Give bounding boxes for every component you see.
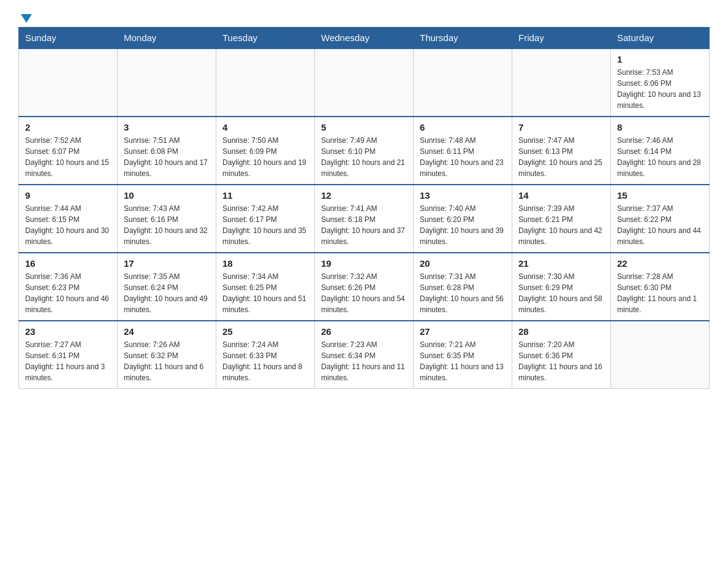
day-number: 11 (222, 190, 308, 201)
day-number: 24 (124, 326, 210, 337)
calendar-cell: 22Sunrise: 7:28 AM Sunset: 6:30 PM Dayli… (611, 253, 710, 321)
calendar-cell: 6Sunrise: 7:48 AM Sunset: 6:11 PM Daylig… (414, 117, 512, 185)
calendar-cell: 17Sunrise: 7:35 AM Sunset: 6:24 PM Dayli… (118, 253, 216, 321)
day-number: 7 (518, 122, 604, 132)
calendar-cell: 13Sunrise: 7:40 AM Sunset: 6:20 PM Dayli… (414, 185, 512, 253)
day-number: 8 (617, 122, 703, 132)
calendar-cell: 12Sunrise: 7:41 AM Sunset: 6:18 PM Dayli… (315, 185, 414, 253)
calendar-week-2: 2Sunrise: 7:52 AM Sunset: 6:07 PM Daylig… (19, 117, 710, 185)
day-info: Sunrise: 7:40 AM Sunset: 6:20 PM Dayligh… (420, 203, 506, 247)
day-number: 25 (222, 326, 308, 337)
day-number: 18 (222, 258, 308, 269)
day-number: 23 (25, 326, 111, 337)
day-number: 21 (518, 258, 604, 269)
day-info: Sunrise: 7:31 AM Sunset: 6:28 PM Dayligh… (420, 271, 506, 315)
day-number: 17 (124, 258, 210, 269)
day-info: Sunrise: 7:37 AM Sunset: 6:22 PM Dayligh… (617, 203, 703, 247)
calendar-week-5: 23Sunrise: 7:27 AM Sunset: 6:31 PM Dayli… (19, 321, 710, 389)
day-info: Sunrise: 7:44 AM Sunset: 6:15 PM Dayligh… (25, 203, 111, 247)
logo-triangle-icon (21, 14, 32, 23)
calendar-cell (118, 48, 216, 117)
day-number: 22 (617, 258, 703, 269)
calendar-cell: 8Sunrise: 7:46 AM Sunset: 6:14 PM Daylig… (611, 117, 710, 185)
day-info: Sunrise: 7:42 AM Sunset: 6:17 PM Dayligh… (222, 203, 308, 247)
day-number: 5 (321, 122, 407, 132)
day-number: 15 (617, 190, 703, 201)
day-info: Sunrise: 7:53 AM Sunset: 6:06 PM Dayligh… (617, 67, 703, 111)
day-number: 12 (321, 190, 407, 201)
day-info: Sunrise: 7:35 AM Sunset: 6:24 PM Dayligh… (124, 271, 210, 315)
calendar-cell: 15Sunrise: 7:37 AM Sunset: 6:22 PM Dayli… (611, 185, 710, 253)
calendar-header-row: SundayMondayTuesdayWednesdayThursdayFrid… (19, 28, 710, 49)
calendar-cell: 5Sunrise: 7:49 AM Sunset: 6:10 PM Daylig… (315, 117, 414, 185)
calendar-cell (19, 48, 118, 117)
day-number: 28 (518, 326, 604, 337)
calendar-cell: 14Sunrise: 7:39 AM Sunset: 6:21 PM Dayli… (512, 185, 611, 253)
weekday-header-tuesday: Tuesday (216, 28, 315, 49)
weekday-header-thursday: Thursday (414, 28, 512, 49)
day-info: Sunrise: 7:52 AM Sunset: 6:07 PM Dayligh… (25, 135, 111, 179)
day-info: Sunrise: 7:23 AM Sunset: 6:34 PM Dayligh… (321, 339, 407, 383)
calendar-cell: 4Sunrise: 7:50 AM Sunset: 6:09 PM Daylig… (216, 117, 315, 185)
calendar-cell: 21Sunrise: 7:30 AM Sunset: 6:29 PM Dayli… (512, 253, 611, 321)
day-info: Sunrise: 7:24 AM Sunset: 6:33 PM Dayligh… (222, 339, 308, 383)
day-info: Sunrise: 7:36 AM Sunset: 6:23 PM Dayligh… (25, 271, 111, 315)
logo (18, 12, 32, 21)
day-info: Sunrise: 7:34 AM Sunset: 6:25 PM Dayligh… (222, 271, 308, 315)
day-number: 16 (25, 258, 111, 269)
day-number: 1 (617, 54, 703, 64)
day-info: Sunrise: 7:28 AM Sunset: 6:30 PM Dayligh… (617, 271, 703, 315)
day-info: Sunrise: 7:46 AM Sunset: 6:14 PM Dayligh… (617, 135, 703, 179)
day-info: Sunrise: 7:43 AM Sunset: 6:16 PM Dayligh… (124, 203, 210, 247)
calendar-cell (611, 321, 710, 389)
calendar-cell: 1Sunrise: 7:53 AM Sunset: 6:06 PM Daylig… (611, 48, 710, 117)
day-number: 27 (420, 326, 506, 337)
calendar-table: SundayMondayTuesdayWednesdayThursdayFrid… (18, 27, 710, 389)
day-info: Sunrise: 7:21 AM Sunset: 6:35 PM Dayligh… (420, 339, 506, 383)
day-info: Sunrise: 7:50 AM Sunset: 6:09 PM Dayligh… (222, 135, 308, 179)
day-info: Sunrise: 7:48 AM Sunset: 6:11 PM Dayligh… (420, 135, 506, 179)
day-info: Sunrise: 7:39 AM Sunset: 6:21 PM Dayligh… (518, 203, 604, 247)
calendar-week-4: 16Sunrise: 7:36 AM Sunset: 6:23 PM Dayli… (19, 253, 710, 321)
day-number: 2 (25, 122, 111, 132)
day-info: Sunrise: 7:47 AM Sunset: 6:13 PM Dayligh… (518, 135, 604, 179)
day-number: 3 (124, 122, 210, 132)
calendar-cell (216, 48, 315, 117)
day-info: Sunrise: 7:41 AM Sunset: 6:18 PM Dayligh… (321, 203, 407, 247)
calendar-cell: 24Sunrise: 7:26 AM Sunset: 6:32 PM Dayli… (118, 321, 216, 389)
calendar-cell: 23Sunrise: 7:27 AM Sunset: 6:31 PM Dayli… (19, 321, 118, 389)
weekday-header-sunday: Sunday (19, 28, 118, 49)
day-number: 19 (321, 258, 407, 269)
calendar-cell: 9Sunrise: 7:44 AM Sunset: 6:15 PM Daylig… (19, 185, 118, 253)
weekday-header-saturday: Saturday (611, 28, 710, 49)
day-info: Sunrise: 7:26 AM Sunset: 6:32 PM Dayligh… (124, 339, 210, 383)
calendar-week-1: 1Sunrise: 7:53 AM Sunset: 6:06 PM Daylig… (19, 48, 710, 117)
day-number: 14 (518, 190, 604, 201)
calendar-cell: 27Sunrise: 7:21 AM Sunset: 6:35 PM Dayli… (414, 321, 512, 389)
calendar-cell: 28Sunrise: 7:20 AM Sunset: 6:36 PM Dayli… (512, 321, 611, 389)
calendar-cell: 10Sunrise: 7:43 AM Sunset: 6:16 PM Dayli… (118, 185, 216, 253)
calendar-cell (315, 48, 414, 117)
calendar-cell: 3Sunrise: 7:51 AM Sunset: 6:08 PM Daylig… (118, 117, 216, 185)
calendar-cell: 7Sunrise: 7:47 AM Sunset: 6:13 PM Daylig… (512, 117, 611, 185)
calendar-cell: 19Sunrise: 7:32 AM Sunset: 6:26 PM Dayli… (315, 253, 414, 321)
day-number: 9 (25, 190, 111, 201)
day-info: Sunrise: 7:20 AM Sunset: 6:36 PM Dayligh… (518, 339, 604, 383)
day-number: 26 (321, 326, 407, 337)
day-number: 4 (222, 122, 308, 132)
day-number: 20 (420, 258, 506, 269)
calendar-cell: 18Sunrise: 7:34 AM Sunset: 6:25 PM Dayli… (216, 253, 315, 321)
day-number: 6 (420, 122, 506, 132)
day-info: Sunrise: 7:51 AM Sunset: 6:08 PM Dayligh… (124, 135, 210, 179)
calendar-cell: 26Sunrise: 7:23 AM Sunset: 6:34 PM Dayli… (315, 321, 414, 389)
calendar-cell: 16Sunrise: 7:36 AM Sunset: 6:23 PM Dayli… (19, 253, 118, 321)
calendar-cell: 20Sunrise: 7:31 AM Sunset: 6:28 PM Dayli… (414, 253, 512, 321)
weekday-header-monday: Monday (118, 28, 216, 49)
weekday-header-wednesday: Wednesday (315, 28, 414, 49)
calendar-cell: 2Sunrise: 7:52 AM Sunset: 6:07 PM Daylig… (19, 117, 118, 185)
day-number: 10 (124, 190, 210, 201)
calendar-cell: 11Sunrise: 7:42 AM Sunset: 6:17 PM Dayli… (216, 185, 315, 253)
calendar-week-3: 9Sunrise: 7:44 AM Sunset: 6:15 PM Daylig… (19, 185, 710, 253)
day-info: Sunrise: 7:27 AM Sunset: 6:31 PM Dayligh… (25, 339, 111, 383)
calendar-cell (414, 48, 512, 117)
